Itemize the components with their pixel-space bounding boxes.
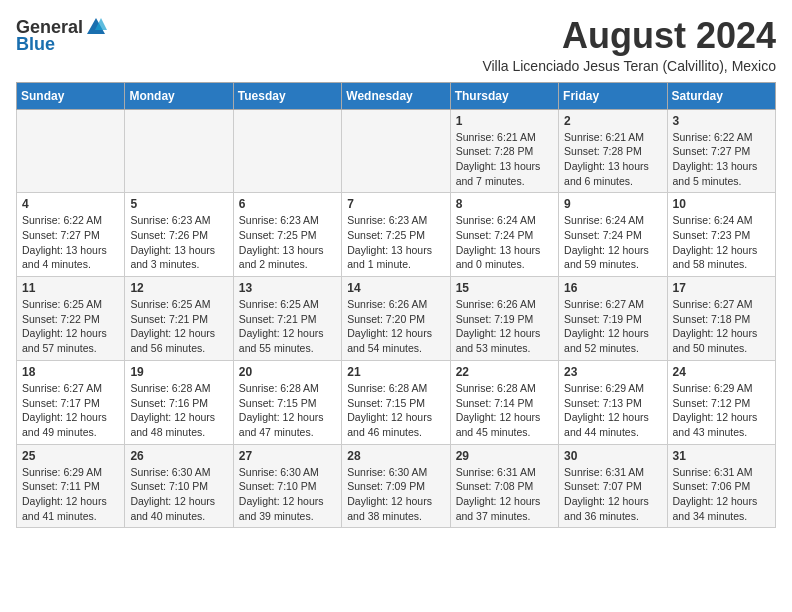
day-info: Sunrise: 6:28 AM Sunset: 7:16 PM Dayligh… xyxy=(130,381,227,440)
day-number: 27 xyxy=(239,449,336,463)
day-info: Sunrise: 6:31 AM Sunset: 7:07 PM Dayligh… xyxy=(564,465,661,524)
calendar-cell: 2Sunrise: 6:21 AM Sunset: 7:28 PM Daylig… xyxy=(559,109,667,193)
calendar-cell: 14Sunrise: 6:26 AM Sunset: 7:20 PM Dayli… xyxy=(342,277,450,361)
day-info: Sunrise: 6:31 AM Sunset: 7:06 PM Dayligh… xyxy=(673,465,770,524)
calendar-table: SundayMondayTuesdayWednesdayThursdayFrid… xyxy=(16,82,776,529)
day-number: 7 xyxy=(347,197,444,211)
calendar-cell xyxy=(125,109,233,193)
calendar-week-1: 1Sunrise: 6:21 AM Sunset: 7:28 PM Daylig… xyxy=(17,109,776,193)
logo: General Blue xyxy=(16,16,107,55)
day-number: 26 xyxy=(130,449,227,463)
day-number: 28 xyxy=(347,449,444,463)
day-info: Sunrise: 6:24 AM Sunset: 7:24 PM Dayligh… xyxy=(456,213,553,272)
day-info: Sunrise: 6:23 AM Sunset: 7:26 PM Dayligh… xyxy=(130,213,227,272)
day-number: 25 xyxy=(22,449,119,463)
day-number: 11 xyxy=(22,281,119,295)
day-info: Sunrise: 6:24 AM Sunset: 7:23 PM Dayligh… xyxy=(673,213,770,272)
day-info: Sunrise: 6:24 AM Sunset: 7:24 PM Dayligh… xyxy=(564,213,661,272)
calendar-cell xyxy=(342,109,450,193)
calendar-cell: 13Sunrise: 6:25 AM Sunset: 7:21 PM Dayli… xyxy=(233,277,341,361)
day-number: 13 xyxy=(239,281,336,295)
day-info: Sunrise: 6:28 AM Sunset: 7:14 PM Dayligh… xyxy=(456,381,553,440)
calendar-cell: 1Sunrise: 6:21 AM Sunset: 7:28 PM Daylig… xyxy=(450,109,558,193)
month-title: August 2024 xyxy=(107,16,776,56)
day-number: 4 xyxy=(22,197,119,211)
calendar-cell: 28Sunrise: 6:30 AM Sunset: 7:09 PM Dayli… xyxy=(342,444,450,528)
day-header-saturday: Saturday xyxy=(667,82,775,109)
calendar-cell: 24Sunrise: 6:29 AM Sunset: 7:12 PM Dayli… xyxy=(667,360,775,444)
page-header: General Blue August 2024 Villa Licenciad… xyxy=(16,16,776,74)
day-info: Sunrise: 6:25 AM Sunset: 7:22 PM Dayligh… xyxy=(22,297,119,356)
day-info: Sunrise: 6:25 AM Sunset: 7:21 PM Dayligh… xyxy=(239,297,336,356)
day-info: Sunrise: 6:22 AM Sunset: 7:27 PM Dayligh… xyxy=(673,130,770,189)
day-number: 12 xyxy=(130,281,227,295)
calendar-cell: 21Sunrise: 6:28 AM Sunset: 7:15 PM Dayli… xyxy=(342,360,450,444)
calendar-cell xyxy=(233,109,341,193)
day-number: 3 xyxy=(673,114,770,128)
day-number: 2 xyxy=(564,114,661,128)
calendar-week-4: 18Sunrise: 6:27 AM Sunset: 7:17 PM Dayli… xyxy=(17,360,776,444)
calendar-cell: 11Sunrise: 6:25 AM Sunset: 7:22 PM Dayli… xyxy=(17,277,125,361)
day-info: Sunrise: 6:29 AM Sunset: 7:13 PM Dayligh… xyxy=(564,381,661,440)
day-info: Sunrise: 6:22 AM Sunset: 7:27 PM Dayligh… xyxy=(22,213,119,272)
calendar-cell: 18Sunrise: 6:27 AM Sunset: 7:17 PM Dayli… xyxy=(17,360,125,444)
day-number: 6 xyxy=(239,197,336,211)
day-number: 19 xyxy=(130,365,227,379)
day-info: Sunrise: 6:25 AM Sunset: 7:21 PM Dayligh… xyxy=(130,297,227,356)
calendar-cell: 19Sunrise: 6:28 AM Sunset: 7:16 PM Dayli… xyxy=(125,360,233,444)
day-number: 15 xyxy=(456,281,553,295)
day-number: 24 xyxy=(673,365,770,379)
location-title: Villa Licenciado Jesus Teran (Calvillito… xyxy=(107,58,776,74)
calendar-cell: 27Sunrise: 6:30 AM Sunset: 7:10 PM Dayli… xyxy=(233,444,341,528)
title-area: August 2024 Villa Licenciado Jesus Teran… xyxy=(107,16,776,74)
logo-icon xyxy=(85,16,107,38)
calendar-cell: 15Sunrise: 6:26 AM Sunset: 7:19 PM Dayli… xyxy=(450,277,558,361)
day-number: 8 xyxy=(456,197,553,211)
day-header-wednesday: Wednesday xyxy=(342,82,450,109)
calendar-cell: 22Sunrise: 6:28 AM Sunset: 7:14 PM Dayli… xyxy=(450,360,558,444)
calendar-cell: 6Sunrise: 6:23 AM Sunset: 7:25 PM Daylig… xyxy=(233,193,341,277)
day-info: Sunrise: 6:26 AM Sunset: 7:19 PM Dayligh… xyxy=(456,297,553,356)
logo-blue: Blue xyxy=(16,34,55,55)
day-info: Sunrise: 6:31 AM Sunset: 7:08 PM Dayligh… xyxy=(456,465,553,524)
calendar-cell: 30Sunrise: 6:31 AM Sunset: 7:07 PM Dayli… xyxy=(559,444,667,528)
day-info: Sunrise: 6:28 AM Sunset: 7:15 PM Dayligh… xyxy=(347,381,444,440)
calendar-cell: 10Sunrise: 6:24 AM Sunset: 7:23 PM Dayli… xyxy=(667,193,775,277)
day-header-tuesday: Tuesday xyxy=(233,82,341,109)
calendar-cell: 20Sunrise: 6:28 AM Sunset: 7:15 PM Dayli… xyxy=(233,360,341,444)
calendar-cell: 29Sunrise: 6:31 AM Sunset: 7:08 PM Dayli… xyxy=(450,444,558,528)
calendar-cell: 8Sunrise: 6:24 AM Sunset: 7:24 PM Daylig… xyxy=(450,193,558,277)
day-number: 22 xyxy=(456,365,553,379)
day-number: 21 xyxy=(347,365,444,379)
calendar-cell: 4Sunrise: 6:22 AM Sunset: 7:27 PM Daylig… xyxy=(17,193,125,277)
day-info: Sunrise: 6:21 AM Sunset: 7:28 PM Dayligh… xyxy=(564,130,661,189)
day-number: 31 xyxy=(673,449,770,463)
day-number: 5 xyxy=(130,197,227,211)
day-info: Sunrise: 6:30 AM Sunset: 7:10 PM Dayligh… xyxy=(239,465,336,524)
calendar-cell: 5Sunrise: 6:23 AM Sunset: 7:26 PM Daylig… xyxy=(125,193,233,277)
day-number: 30 xyxy=(564,449,661,463)
day-number: 20 xyxy=(239,365,336,379)
day-info: Sunrise: 6:29 AM Sunset: 7:12 PM Dayligh… xyxy=(673,381,770,440)
day-info: Sunrise: 6:29 AM Sunset: 7:11 PM Dayligh… xyxy=(22,465,119,524)
day-number: 1 xyxy=(456,114,553,128)
day-info: Sunrise: 6:27 AM Sunset: 7:17 PM Dayligh… xyxy=(22,381,119,440)
calendar-week-3: 11Sunrise: 6:25 AM Sunset: 7:22 PM Dayli… xyxy=(17,277,776,361)
day-number: 18 xyxy=(22,365,119,379)
calendar-cell xyxy=(17,109,125,193)
day-number: 9 xyxy=(564,197,661,211)
calendar-week-2: 4Sunrise: 6:22 AM Sunset: 7:27 PM Daylig… xyxy=(17,193,776,277)
day-info: Sunrise: 6:26 AM Sunset: 7:20 PM Dayligh… xyxy=(347,297,444,356)
day-info: Sunrise: 6:23 AM Sunset: 7:25 PM Dayligh… xyxy=(239,213,336,272)
day-number: 10 xyxy=(673,197,770,211)
calendar-cell: 12Sunrise: 6:25 AM Sunset: 7:21 PM Dayli… xyxy=(125,277,233,361)
day-info: Sunrise: 6:21 AM Sunset: 7:28 PM Dayligh… xyxy=(456,130,553,189)
day-number: 23 xyxy=(564,365,661,379)
day-number: 14 xyxy=(347,281,444,295)
day-header-thursday: Thursday xyxy=(450,82,558,109)
day-info: Sunrise: 6:30 AM Sunset: 7:10 PM Dayligh… xyxy=(130,465,227,524)
day-number: 16 xyxy=(564,281,661,295)
calendar-cell: 16Sunrise: 6:27 AM Sunset: 7:19 PM Dayli… xyxy=(559,277,667,361)
day-header-sunday: Sunday xyxy=(17,82,125,109)
day-number: 17 xyxy=(673,281,770,295)
